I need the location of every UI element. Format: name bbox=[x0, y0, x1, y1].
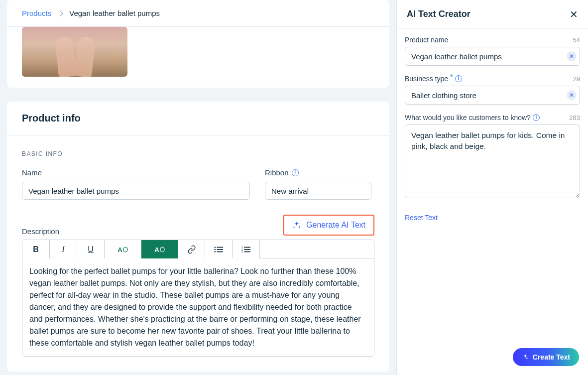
customers-know-label-text: What would you like customers to know? bbox=[405, 114, 531, 122]
svg-text:3: 3 bbox=[241, 250, 243, 253]
product-image-card bbox=[7, 27, 389, 88]
description-field-label: Description bbox=[22, 227, 59, 236]
info-icon[interactable]: i bbox=[533, 114, 540, 121]
business-type-count: 29 bbox=[573, 75, 580, 83]
bullet-list-button[interactable] bbox=[205, 240, 233, 258]
business-type-label-text: Business type bbox=[405, 75, 448, 83]
svg-rect-11 bbox=[244, 249, 250, 250]
product-name-count: 54 bbox=[573, 36, 580, 44]
product-name-input[interactable] bbox=[411, 52, 567, 61]
svg-text:A: A bbox=[118, 246, 122, 253]
business-type-input[interactable] bbox=[411, 91, 567, 100]
ribbon-input[interactable] bbox=[265, 182, 371, 200]
product-name-label: Product name bbox=[405, 36, 448, 44]
ribbon-label-text: Ribbon bbox=[265, 168, 289, 177]
description-textarea[interactable]: Looking for the perfect ballet pumps for… bbox=[22, 258, 374, 356]
svg-rect-7 bbox=[217, 251, 223, 252]
business-type-label: Business type * i bbox=[405, 75, 462, 83]
svg-rect-13 bbox=[244, 251, 250, 252]
ai-text-creator-panel: AI Text Creator ✕ Product name 54 ✕ Busi… bbox=[396, 0, 588, 375]
generate-ai-text-label: Generate AI Text bbox=[306, 221, 365, 230]
link-button[interactable] bbox=[178, 240, 205, 258]
svg-rect-3 bbox=[217, 247, 223, 248]
description-editor: B I U A A 123 bbox=[22, 240, 374, 357]
highlight-button[interactable]: A bbox=[141, 240, 178, 258]
editor-toolbar: B I U A A 123 bbox=[22, 240, 374, 258]
card-title: Product info bbox=[7, 102, 389, 135]
create-text-button[interactable]: Create Text bbox=[513, 348, 579, 366]
underline-button[interactable]: U bbox=[77, 240, 105, 258]
basic-info-section-label: BASIC INFO bbox=[22, 150, 374, 157]
close-icon[interactable]: ✕ bbox=[570, 9, 578, 19]
breadcrumb: Products Vegan leather ballet pumps bbox=[7, 0, 389, 27]
generate-ai-text-button[interactable]: Generate AI Text bbox=[283, 215, 374, 236]
svg-point-4 bbox=[214, 249, 216, 250]
product-image[interactable] bbox=[22, 27, 127, 77]
name-field-label: Name bbox=[22, 168, 250, 177]
italic-button[interactable]: I bbox=[50, 240, 77, 258]
required-asterisk: * bbox=[450, 73, 453, 81]
sparkle-plus-icon bbox=[522, 354, 529, 361]
clear-product-name-icon[interactable]: ✕ bbox=[567, 51, 577, 61]
name-input[interactable] bbox=[22, 182, 250, 200]
customers-know-label: What would you like customers to know? i bbox=[405, 114, 540, 122]
breadcrumb-current: Vegan leather ballet pumps bbox=[69, 9, 160, 17]
text-color-button[interactable]: A bbox=[105, 240, 141, 258]
svg-rect-5 bbox=[217, 249, 223, 250]
customers-know-count: 283 bbox=[569, 114, 580, 122]
ribbon-field-label: Ribbon i bbox=[265, 168, 371, 177]
info-icon[interactable]: i bbox=[455, 75, 462, 82]
numbered-list-button[interactable]: 123 bbox=[233, 240, 260, 258]
reset-text-link[interactable]: Reset Text bbox=[405, 214, 438, 222]
customers-know-textarea[interactable]: Vegan leather ballet pumps for kids. Com… bbox=[405, 125, 580, 198]
panel-title: AI Text Creator bbox=[407, 9, 470, 19]
svg-text:A: A bbox=[154, 246, 159, 253]
bold-button[interactable]: B bbox=[22, 240, 50, 258]
svg-point-6 bbox=[214, 251, 216, 252]
svg-point-2 bbox=[214, 247, 216, 248]
svg-rect-9 bbox=[244, 247, 250, 248]
breadcrumb-root-link[interactable]: Products bbox=[22, 9, 51, 17]
product-info-card: Product info BASIC INFO Name Ribbon i De… bbox=[7, 102, 389, 372]
sparkle-icon bbox=[292, 221, 301, 230]
info-icon[interactable]: i bbox=[292, 169, 299, 176]
chevron-right-icon bbox=[58, 10, 63, 16]
create-text-label: Create Text bbox=[533, 353, 570, 361]
clear-business-type-icon[interactable]: ✕ bbox=[567, 90, 577, 100]
